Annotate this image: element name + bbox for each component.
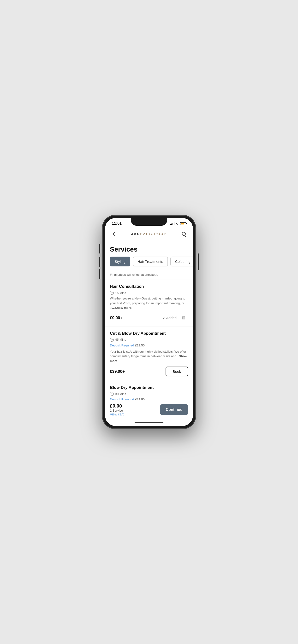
service-item-hair-consultation: Hair Consultation 15 Mins Whether you're…	[105, 280, 193, 327]
service-duration-blow-dry: 30 Mins	[110, 392, 188, 396]
service-name-cut-blow-dry: Cut & Blow Dry Appointment	[110, 331, 188, 336]
clock-icon	[110, 291, 114, 295]
service-item-cut-blow-dry: Cut & Blow Dry Appointment 45 Mins Depos…	[105, 327, 193, 381]
service-desc-hair-consultation: Whether you're a New Guest, getting marr…	[110, 296, 188, 310]
added-label: ✓ Added	[163, 316, 177, 320]
notch	[131, 218, 167, 226]
status-bar: 11:01 ∿	[105, 218, 193, 227]
trash-icon: 🗑	[182, 315, 186, 320]
app-content: JASHAIRGROUP Services Styling Hair Treat…	[105, 227, 193, 400]
deposit-amount-cut-blow-dry: £19.50	[135, 344, 145, 347]
service-name-blow-dry: Blow Dry Appointment	[110, 385, 188, 390]
phone-frame: 11:01 ∿ JASHAIRGROUP	[102, 215, 196, 429]
category-tabs: Styling Hair Treatments Colouring	[105, 256, 193, 270]
home-indicator	[105, 420, 193, 426]
tab-hair-treatments[interactable]: Hair Treatments	[133, 256, 168, 266]
cart-total: £0.00	[110, 403, 123, 409]
duration-text-cut-blow-dry: 45 Mins	[115, 338, 126, 342]
search-button[interactable]	[180, 230, 188, 238]
checkmark-icon: ✓	[163, 316, 165, 320]
service-desc-cut-blow-dry: Your hair is safe with our highly skille…	[110, 349, 188, 364]
service-item-blow-dry: Blow Dry Appointment 30 Mins Deposit Req…	[105, 381, 193, 400]
delete-button-hair-consultation[interactable]: 🗑	[180, 314, 188, 322]
clock-icon-3	[110, 392, 114, 396]
show-more-hair-consultation[interactable]: ...Show more	[112, 306, 131, 310]
duration-text-blow-dry: 30 Mins	[115, 392, 126, 396]
view-cart-link[interactable]: View cart	[110, 412, 123, 416]
page-title-section: Services	[105, 241, 193, 256]
brand-logo: JASHAIRGROUP	[131, 232, 167, 236]
status-icons: ∿	[170, 222, 186, 226]
duration-text-hair-consultation: 15 Mins	[115, 291, 126, 295]
deposit-badge-cut-blow-dry: Deposit Required £19.50	[110, 343, 145, 348]
service-footer-cut-blow-dry: £39.00+ Book	[110, 366, 188, 376]
app-header: JASHAIRGROUP	[105, 227, 193, 241]
brand-logo-part2: HAIRGROUP	[140, 232, 167, 236]
back-chevron-icon	[113, 232, 117, 236]
service-footer-hair-consultation: £0.00+ ✓ Added 🗑	[110, 314, 188, 322]
home-bar	[135, 422, 163, 423]
brand-logo-part1: JAS	[131, 232, 140, 236]
cart-count: 1 Service	[110, 409, 123, 412]
deposit-badge-blow-dry: Deposit Required £12.50	[110, 397, 145, 400]
signal-icon	[170, 222, 175, 225]
book-button-cut-blow-dry[interactable]: Book	[166, 366, 188, 376]
service-duration-cut-blow-dry: 45 Mins	[110, 338, 188, 342]
phone-screen: 11:01 ∿ JASHAIRGROUP	[105, 218, 193, 426]
page-title: Services	[110, 246, 188, 253]
tab-styling[interactable]: Styling	[110, 256, 130, 266]
continue-button[interactable]: Continue	[160, 404, 188, 415]
wifi-icon: ∿	[176, 222, 179, 226]
price-notice: Final prices will reflect at checkout.	[105, 270, 193, 280]
back-button[interactable]	[110, 230, 118, 238]
search-icon	[182, 232, 186, 236]
deposit-amount-blow-dry: £12.50	[135, 398, 145, 400]
battery-icon	[180, 222, 186, 225]
bottom-bar: £0.00 1 Service View cart Continue	[105, 400, 193, 420]
service-price-cut-blow-dry: £39.00+	[110, 369, 125, 374]
service-price-hair-consultation: £0.00+	[110, 316, 122, 320]
added-row: ✓ Added 🗑	[163, 314, 188, 322]
cart-info: £0.00 1 Service View cart	[110, 403, 123, 416]
status-time: 11:01	[112, 222, 122, 226]
price-notice-text: Final prices will reflect at checkout.	[110, 273, 158, 276]
service-name-hair-consultation: Hair Consultation	[110, 284, 188, 289]
clock-icon-2	[110, 338, 114, 342]
tab-colouring[interactable]: Colouring	[170, 256, 193, 266]
service-duration-hair-consultation: 15 Mins	[110, 291, 188, 295]
battery-fill	[181, 223, 184, 224]
